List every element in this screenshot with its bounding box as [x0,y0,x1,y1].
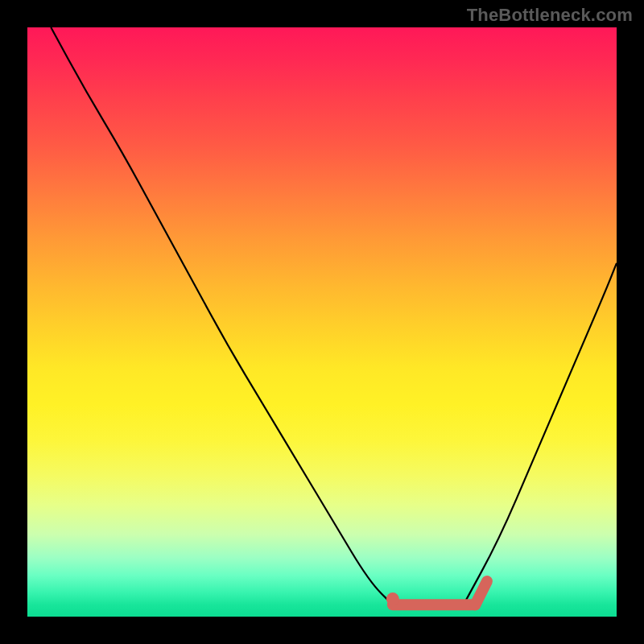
chart-container: TheBottleneck.com [0,0,644,644]
optimum-highlight-right [475,581,487,605]
bottleneck-curve [27,27,617,617]
optimum-marker-dot [386,592,399,605]
watermark-text: TheBottleneck.com [467,5,633,26]
plot-area [27,27,617,617]
left-curve-path [51,27,393,605]
right-curve-path [464,263,617,605]
